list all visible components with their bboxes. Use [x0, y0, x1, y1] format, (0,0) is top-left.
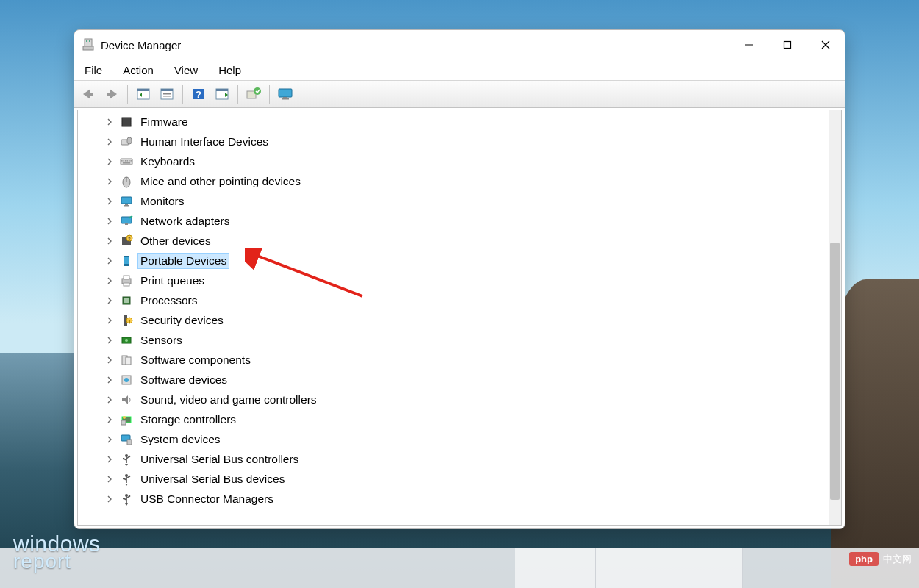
taskbar-slot[interactable] [515, 548, 596, 588]
chevron-right-icon[interactable] [104, 395, 115, 405]
chevron-right-icon[interactable] [104, 494, 115, 504]
svg-rect-64 [124, 298, 129, 303]
unknown-icon: ? [119, 234, 134, 248]
chevron-right-icon[interactable] [104, 236, 115, 246]
svg-rect-9 [90, 93, 93, 96]
tree-node[interactable]: Print queues [78, 270, 829, 290]
svg-rect-22 [216, 89, 228, 91]
svg-rect-54 [125, 223, 128, 225]
tree-node[interactable]: Human Interface Devices [78, 132, 829, 151]
close-button[interactable] [807, 30, 845, 60]
chevron-right-icon[interactable] [104, 474, 115, 484]
chevron-right-icon[interactable] [104, 216, 115, 226]
scrollbar-thumb[interactable] [830, 243, 840, 500]
properties-button[interactable] [156, 83, 178, 105]
tree-node[interactable]: Security devices [78, 310, 829, 330]
svg-rect-36 [121, 125, 122, 126]
svg-point-92 [129, 495, 131, 497]
watermark-windows-report: windows report [13, 534, 101, 570]
chevron-right-icon[interactable] [104, 295, 115, 306]
tree-node[interactable]: USB Connector Managers [78, 489, 829, 509]
tree-node[interactable]: Firmware [78, 112, 829, 132]
tree-node-label: Sound, video and game controllers [138, 392, 319, 407]
tree-node-label: Print queues [138, 273, 207, 288]
menu-help[interactable]: Help [215, 62, 244, 78]
taskbar-slot[interactable] [596, 548, 743, 588]
tree-node[interactable]: System devices [78, 429, 829, 449]
forward-button[interactable] [101, 83, 123, 105]
svg-rect-13 [137, 89, 149, 91]
tree-node[interactable]: Monitors [78, 191, 829, 211]
titlebar[interactable]: Device Manager [74, 30, 845, 60]
svg-rect-3 [89, 40, 90, 42]
chevron-right-icon[interactable] [104, 454, 115, 465]
svg-rect-18 [163, 96, 171, 97]
tree-node[interactable]: Storage controllers [78, 409, 829, 429]
tree-node-label: Other devices [138, 234, 213, 248]
chevron-right-icon[interactable] [104, 256, 115, 266]
svg-rect-33 [131, 121, 132, 122]
tree-node[interactable]: ?Other devices [78, 231, 829, 251]
update-driver-button[interactable] [243, 83, 265, 105]
chevron-right-icon[interactable] [104, 176, 115, 187]
chevron-right-icon[interactable] [104, 117, 115, 127]
device-tree[interactable]: FirmwareHuman Interface DevicesKeyboards… [78, 110, 829, 525]
window-title: Device Manager [101, 39, 181, 51]
tree-node[interactable]: Network adapters [78, 211, 829, 231]
tree-node[interactable]: Universal Serial Bus controllers [78, 449, 829, 469]
svg-text:?: ? [196, 89, 201, 100]
maximize-button[interactable] [768, 30, 807, 60]
scan-button[interactable] [211, 83, 233, 105]
svg-rect-71 [126, 357, 131, 365]
svg-rect-34 [121, 123, 122, 124]
tree-node[interactable]: Sensors [78, 330, 829, 350]
help-button[interactable]: ? [187, 83, 210, 105]
svg-point-69 [125, 339, 128, 342]
hid-icon [119, 135, 134, 149]
tree-node-label: System devices [138, 432, 223, 447]
chevron-right-icon[interactable] [104, 276, 115, 286]
toolbar: ? [74, 80, 845, 108]
chevron-right-icon[interactable] [104, 196, 115, 207]
chevron-right-icon[interactable] [104, 355, 115, 365]
show-hidden-button[interactable] [132, 83, 154, 105]
chevron-right-icon[interactable] [104, 335, 115, 345]
svg-rect-93 [123, 498, 124, 499]
svg-rect-41 [121, 160, 123, 162]
sound-icon [119, 392, 134, 407]
mouse-icon [119, 174, 134, 189]
chevron-right-icon[interactable] [104, 375, 115, 385]
minimize-button[interactable] [730, 30, 768, 60]
tree-node[interactable]: Portable Devices [78, 251, 829, 270]
back-button[interactable] [77, 83, 99, 105]
taskbar[interactable] [0, 548, 919, 588]
tree-node[interactable]: Keyboards [78, 151, 829, 171]
chevron-right-icon[interactable] [104, 315, 115, 326]
tree-node[interactable]: Software components [78, 350, 829, 370]
tree-node[interactable]: Sound, video and game controllers [78, 390, 829, 409]
tree-node[interactable]: Processors [78, 290, 829, 310]
tree-node[interactable]: Mice and other pointing devices [78, 171, 829, 191]
chevron-right-icon[interactable] [104, 415, 115, 425]
chevron-right-icon[interactable] [104, 137, 115, 147]
php-text: 中文网 [883, 553, 912, 566]
tree-node-label: Universal Serial Bus devices [138, 472, 287, 487]
svg-rect-77 [121, 420, 126, 425]
svg-rect-39 [127, 137, 132, 144]
tree-node-label: Mice and other pointing devices [138, 174, 303, 189]
monitor-button[interactable] [274, 83, 296, 105]
chevron-right-icon[interactable] [104, 157, 115, 167]
menu-view[interactable]: View [171, 62, 201, 78]
vertical-scrollbar[interactable] [829, 110, 841, 525]
menu-action[interactable]: Action [120, 62, 157, 78]
menu-file[interactable]: File [82, 62, 105, 78]
chevron-right-icon[interactable] [104, 434, 115, 445]
tree-node[interactable]: Universal Serial Bus devices [78, 469, 829, 489]
tree-node-label: Software devices [138, 373, 229, 387]
tree-node[interactable]: Software devices [78, 370, 829, 390]
svg-rect-59 [124, 257, 129, 264]
tree-node-label: Storage controllers [138, 412, 238, 427]
svg-rect-42 [124, 160, 125, 162]
toolbar-separator [237, 85, 238, 104]
svg-rect-52 [124, 205, 129, 207]
